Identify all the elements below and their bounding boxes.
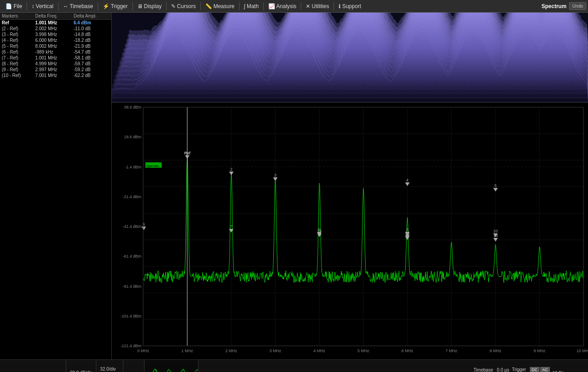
marker-ampl: -62.2 dB [72, 73, 111, 78]
marker-freq: 2.002 MHz [33, 26, 72, 32]
marker-freq: 7.001 MHz [33, 73, 72, 78]
marker-freq: 4.999 MHz [33, 61, 72, 67]
table-row: (5 - Ref)8.002 MHz-21.9 dB [0, 43, 111, 49]
left-panel: Markers Delta Freq. Delta Ampl. Ref1.001… [0, 13, 112, 359]
bits-label: 12 Bits [552, 370, 566, 372]
table-row: (6 - Ref)-989 kHz-54.7 dB [0, 49, 111, 55]
marker-freq: -989 kHz [33, 49, 72, 55]
menu-math[interactable]: ∫ Math [240, 2, 262, 11]
plot-canvas [112, 103, 588, 359]
trigger-icon: ⚡ [103, 3, 109, 9]
spectrum-area [112, 13, 588, 359]
menu-sep-8 [263, 2, 264, 10]
bits-group: 12 Bits 10 kS [552, 370, 566, 372]
marker-id: (2 - Ref) [0, 26, 33, 32]
trigger-group: Trigger DC AC Auto Edge Positive [512, 366, 550, 372]
menu-sep-10 [334, 2, 334, 10]
menu-analysis[interactable]: 📈 Analysis [265, 2, 300, 11]
menu-trigger[interactable]: ⚡ Trigger [99, 2, 131, 11]
table-row: (9 - Ref)2.997 MHz-59.2 dB [0, 67, 111, 73]
cursors-icon: ✎ [171, 3, 176, 9]
marker-id: (9 - Ref) [0, 67, 33, 73]
marker-id: Ref [0, 20, 33, 26]
crosshair-button[interactable]: + [123, 360, 145, 372]
table-row: (4 - Ref)6.000 MHz-18.2 dB [0, 37, 111, 43]
waterfall-display [112, 13, 588, 103]
div-setting: 32.0/div [100, 366, 119, 372]
menu-support[interactable]: ℹ Support [335, 2, 365, 11]
wave-preview [145, 360, 199, 372]
menu-display[interactable]: 🖥 Display [134, 2, 165, 11]
table-row: Ref1.001 MHz6.4 dBm [0, 20, 111, 26]
marker-id: (5 - Ref) [0, 43, 33, 49]
table-row: (10 - Ref)7.001 MHz-62.2 dB [0, 73, 111, 78]
analysis-icon: 📈 [268, 3, 275, 9]
main-area: Markers Delta Freq. Delta Ampl. Ref1.001… [0, 13, 588, 359]
marker-id: (7 - Ref) [0, 55, 33, 61]
menu-bar: 📄 File ↕ Vertical ↔ Timebase ⚡ Trigger 🖥… [0, 0, 588, 13]
file-icon: 📄 [5, 3, 12, 9]
crosshair-icon: + [131, 370, 137, 372]
table-row: (8 - Ref)4.999 MHz-59.7 dB [0, 61, 111, 67]
dc-badge: DC [530, 367, 539, 372]
timebase-icon: ↔ [63, 3, 68, 9]
measure-icon: 📏 [205, 3, 212, 9]
marker-ampl: -11.0 dB [72, 26, 111, 32]
menu-sep-4 [132, 2, 133, 10]
marker-ampl: -58.1 dB [72, 55, 111, 61]
timebase-label: Timebase 0.0 μs [474, 367, 509, 372]
marker-freq: 1.001 MHz [33, 20, 72, 26]
menu-sep-1 [27, 2, 27, 10]
markers-table: Markers Delta Freq. Delta Ampl. Ref1.001… [0, 13, 111, 78]
marker-id: (6 - Ref) [0, 49, 33, 55]
support-icon: ℹ [339, 3, 341, 9]
menu-sep-3 [98, 2, 98, 10]
marker-id: (8 - Ref) [0, 61, 33, 67]
marker-id: (4 - Ref) [0, 37, 33, 43]
spectrum-plot[interactable] [112, 103, 588, 359]
channel-settings: 20.0 dB/div 1.00 MHz [66, 360, 96, 372]
menu-cursors[interactable]: ✎ Cursors [167, 2, 199, 11]
marker-id: (10 - Ref) [0, 73, 33, 78]
marker-freq: 1.001 MHz [33, 55, 72, 61]
marker-ampl: -18.2 dB [72, 37, 111, 43]
undo-button[interactable]: Undo [569, 2, 586, 10]
col-delta-ampl: Delta Ampl. [72, 13, 111, 20]
menu-sep-6 [200, 2, 201, 10]
menu-vertical[interactable]: ↕ Vertical [28, 2, 57, 11]
bottom-bar: SpecAn C1 Spectro 20.0 dB/div 1.00 MHz 3… [0, 359, 588, 372]
right-status: HD Timebase 0.0 μs 20.0 μs/div 50 MS/s T… [199, 360, 588, 372]
menu-timebase[interactable]: ↔ Timebase [59, 2, 97, 11]
menu-sep-5 [166, 2, 167, 10]
ac-badge: AC [540, 367, 550, 372]
menu-sep-7 [239, 2, 240, 10]
marker-freq: 2.997 MHz [33, 67, 72, 73]
display-icon: 🖥 [137, 3, 143, 9]
menu-utilities[interactable]: ✕ Utilities [302, 2, 333, 11]
marker-ampl: -59.2 dB [72, 67, 111, 73]
vertical-icon: ↕ [32, 3, 34, 9]
math-icon: ∫ [244, 3, 245, 9]
menu-file[interactable]: 📄 File [2, 2, 26, 11]
menu-measure[interactable]: 📏 Measure [202, 2, 238, 11]
table-row: (2 - Ref)2.002 MHz-11.0 dB [0, 26, 111, 32]
marker-ampl: -14.8 dB [72, 32, 111, 37]
trigger-label-row: Trigger DC AC [512, 366, 550, 372]
col-delta-freq: Delta Freq. [33, 13, 72, 20]
channel-info: SpecAn C1 Spectro [0, 360, 66, 372]
marker-freq: 3.998 MHz [33, 32, 72, 37]
db-per-div: 20.0 dB/div [70, 369, 92, 372]
marker-ampl: 6.4 dBm [72, 20, 111, 26]
utilities-icon: ✕ [306, 3, 310, 9]
marker-id: (3 - Ref) [0, 32, 33, 37]
marker-ampl: -54.7 dB [72, 49, 111, 55]
table-row: (7 - Ref)1.001 MHz-58.1 dB [0, 55, 111, 61]
marker-ampl: -21.9 dB [72, 43, 111, 49]
waterfall-canvas [112, 13, 588, 102]
col-markers: Markers [0, 13, 33, 20]
marker-freq: 6.000 MHz [33, 37, 72, 43]
spectrum-label: Spectrum [542, 3, 569, 9]
timebase-group: Timebase 0.0 μs 20.0 μs/div 50 MS/s [474, 367, 509, 372]
menu-sep-9 [301, 2, 301, 10]
channel-extra: 32.0/div 1.00 MHz 459 # [96, 360, 123, 372]
